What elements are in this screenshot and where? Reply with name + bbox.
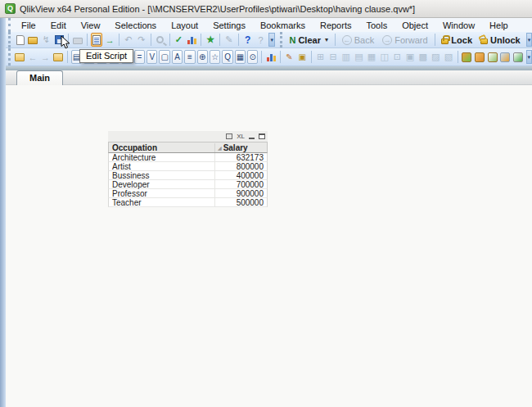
toolbar-overflow-button[interactable]: ▾ — [268, 33, 274, 47]
align-top-button[interactable]: ▤ — [354, 50, 365, 64]
promote-sheet-button[interactable]: ← — [27, 50, 38, 64]
create-chart-button[interactable]: ▦ — [235, 50, 246, 64]
lock-button[interactable]: Lock — [437, 34, 476, 46]
menu-edit[interactable]: Edit — [43, 20, 74, 31]
create-button-object-button[interactable]: V — [147, 50, 157, 64]
create-container-button[interactable]: Q — [222, 50, 232, 64]
create-text-object-button[interactable]: ▢ — [159, 50, 169, 64]
search-button[interactable] — [155, 33, 166, 47]
adjust-left-button[interactable]: ▣ — [404, 50, 416, 64]
menu-tools[interactable]: Tools — [358, 20, 394, 31]
design-grid-button[interactable]: ✎ — [284, 50, 295, 64]
adjust-top-button[interactable]: ▩ — [417, 50, 429, 64]
space-vertical-button[interactable]: ⊡ — [392, 50, 404, 64]
print-icon[interactable] — [226, 133, 232, 139]
table-row[interactable]: Teacher 500000 — [108, 198, 268, 207]
open-button[interactable] — [28, 33, 39, 47]
menu-reports[interactable]: Reports — [313, 20, 359, 31]
cell-occupation[interactable]: Architecture — [109, 153, 214, 161]
cell-occupation[interactable]: Developer — [109, 180, 214, 188]
column-header-salary[interactable]: ◢ Salary — [214, 143, 267, 152]
menu-bookmarks[interactable]: Bookmarks — [253, 20, 313, 31]
reload-button[interactable]: → — [104, 33, 115, 47]
edit-script-button[interactable] — [91, 33, 102, 47]
add-bookmark-button[interactable]: ★ — [205, 33, 216, 47]
toolbar-separator — [435, 34, 435, 46]
maximize-icon[interactable] — [259, 133, 265, 139]
toolbar-overflow-button[interactable]: ▾ — [526, 33, 532, 47]
table-row[interactable]: Developer 700000 — [108, 180, 268, 189]
align-right-button[interactable]: ▥ — [340, 50, 352, 64]
align-left-icon: ⊞ — [317, 52, 324, 62]
cell-occupation[interactable]: Teacher — [109, 198, 214, 206]
refresh-icon: ↯ — [43, 34, 50, 45]
create-gauge-button[interactable]: ⊙ — [247, 50, 258, 64]
tab-main[interactable]: Main — [16, 70, 63, 85]
quick-chart-button[interactable] — [186, 33, 197, 47]
format-painter-button[interactable] — [462, 50, 473, 64]
menu-file[interactable]: File — [14, 20, 43, 31]
print-button[interactable] — [72, 33, 83, 47]
webview-button[interactable]: ▣ — [296, 50, 308, 64]
toolbar-separator — [201, 34, 201, 46]
bookmark-star-icon: ★ — [206, 34, 214, 45]
table-row[interactable]: Artist 800000 — [108, 162, 268, 171]
notes-button[interactable]: ✎ — [223, 33, 235, 47]
minimize-icon[interactable] — [249, 133, 255, 139]
copy-layout-button[interactable] — [474, 50, 485, 64]
menu-object[interactable]: Object — [394, 20, 435, 31]
create-bookmark-object-button[interactable]: ⊕ — [197, 50, 208, 64]
menu-window[interactable]: Window — [435, 20, 482, 31]
back-button[interactable]: ← Back — [338, 34, 378, 46]
redo-button[interactable]: ↷ — [136, 33, 147, 47]
menu-settings[interactable]: Settings — [205, 20, 253, 31]
send-to-excel-icon[interactable]: XL — [237, 133, 245, 140]
current-selections-button[interactable]: ✓ — [173, 33, 184, 47]
create-current-selections-box-button[interactable]: = — [134, 50, 145, 64]
undo-button[interactable]: ↶ — [123, 33, 134, 47]
help-button[interactable]: ? — [242, 33, 254, 47]
add-sheet-button[interactable] — [15, 50, 26, 64]
align-center-button[interactable]: ⊟ — [327, 50, 339, 64]
straight-table-object: XL Occupation ◢ Salary Architecture 6321… — [108, 131, 268, 207]
table-row[interactable]: Bussiness 400000 — [108, 171, 268, 180]
unlock-button[interactable]: Unlock — [476, 34, 525, 46]
menu-selections[interactable]: Selections — [107, 20, 164, 31]
snap-grid-button[interactable]: ▨ — [430, 50, 441, 64]
create-search-object-button[interactable]: ☆ — [210, 50, 220, 64]
whats-this-button[interactable]: ? — [255, 33, 267, 47]
document-properties-button[interactable] — [512, 50, 524, 64]
create-line-arrow-button[interactable]: A — [172, 50, 183, 64]
lock-icon — [441, 38, 449, 44]
clear-dropdown-caret[interactable]: ▾ — [325, 36, 328, 43]
cell-occupation[interactable]: Professor — [109, 189, 214, 197]
chart-wizard-button[interactable] — [265, 50, 277, 64]
table-row[interactable]: Architecture 632173 — [108, 153, 268, 162]
toolbar-separator — [280, 51, 281, 63]
edit-module-button[interactable] — [487, 50, 498, 64]
cell-occupation[interactable]: Bussiness — [109, 171, 214, 179]
menu-help[interactable]: Help — [482, 20, 516, 31]
adjust-left-icon: ▣ — [406, 52, 414, 62]
cell-salary: 500000 — [214, 198, 267, 206]
table-row[interactable]: Professor 900000 — [108, 189, 268, 198]
cell-occupation[interactable]: Artist — [109, 162, 214, 170]
clear-button[interactable]: N Clear ▾ — [285, 34, 332, 46]
align-left-button[interactable]: ⊞ — [315, 50, 327, 64]
create-slider-button[interactable]: ≡ — [184, 50, 195, 64]
menu-view[interactable]: View — [74, 20, 108, 31]
new-document-button[interactable] — [15, 33, 26, 47]
toolbar-overflow-button[interactable]: ▾ — [526, 50, 532, 64]
menu-layout[interactable]: Layout — [164, 20, 205, 31]
open-folder-icon — [28, 37, 38, 44]
forward-button[interactable]: → Forward — [378, 34, 431, 46]
align-bottom-button[interactable]: ▦ — [366, 50, 377, 64]
back-icon: ← — [342, 35, 352, 45]
copy-layout-icon — [475, 52, 485, 62]
group-objects-button[interactable]: ▧ — [443, 50, 454, 64]
share-button[interactable] — [499, 50, 511, 64]
refresh-button[interactable]: ↯ — [40, 33, 52, 47]
demote-sheet-button[interactable]: → — [40, 50, 52, 64]
column-header-occupation[interactable]: Occupation — [109, 143, 214, 152]
space-horizontal-button[interactable]: ◫ — [379, 50, 390, 64]
